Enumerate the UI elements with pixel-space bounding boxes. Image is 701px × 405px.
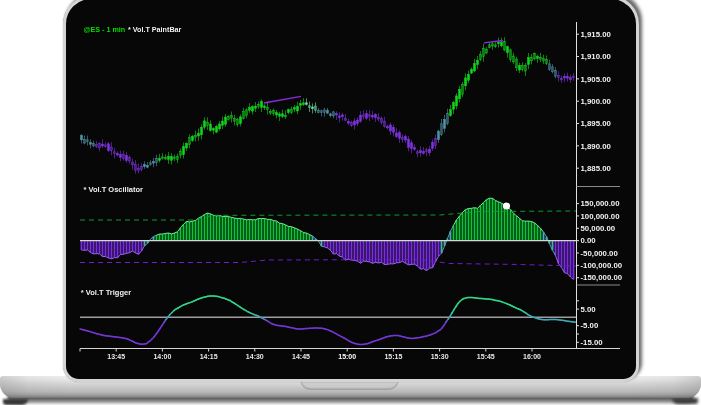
svg-text:1,910.00: 1,910.00 [581, 52, 612, 61]
svg-text:14:30: 14:30 [246, 353, 264, 360]
svg-text:14:00: 14:00 [153, 353, 171, 360]
svg-text:15:30: 15:30 [431, 353, 449, 360]
svg-text:1,890.00: 1,890.00 [581, 142, 612, 151]
svg-text:14:15: 14:15 [200, 353, 218, 360]
svg-text:-150,000.00: -150,000.00 [581, 273, 623, 282]
svg-text:-50,000.00: -50,000.00 [581, 249, 619, 258]
svg-text:150,000.00: 150,000.00 [581, 199, 621, 208]
svg-text:* Vol.T PaintBar: * Vol.T PaintBar [128, 25, 182, 34]
svg-text:15:00: 15:00 [338, 353, 356, 360]
svg-text:1,915.00: 1,915.00 [581, 30, 612, 39]
svg-text:15:15: 15:15 [384, 353, 402, 360]
svg-text:1,905.00: 1,905.00 [581, 75, 612, 84]
svg-text:5.00: 5.00 [581, 305, 597, 314]
svg-text:1,900.00: 1,900.00 [581, 97, 612, 106]
svg-text:1,885.00: 1,885.00 [581, 164, 612, 173]
svg-text:0.00: 0.00 [581, 236, 597, 245]
svg-text:-15.00: -15.00 [581, 338, 604, 347]
svg-text:@ES - 1 min: @ES - 1 min [84, 25, 126, 34]
svg-text:14:45: 14:45 [292, 353, 310, 360]
svg-text:* Vol.T Oscillator: * Vol.T Oscillator [84, 185, 144, 194]
svg-text:-100,000.00: -100,000.00 [581, 261, 623, 270]
svg-text:-5.00: -5.00 [581, 321, 599, 330]
svg-text:50,000.00: 50,000.00 [581, 224, 616, 233]
svg-text:13:45: 13:45 [107, 353, 125, 360]
svg-text:16:00: 16:00 [523, 353, 541, 360]
svg-text:* Vol.T Trigger: * Vol.T Trigger [81, 288, 131, 297]
svg-text:1,895.00: 1,895.00 [581, 119, 612, 128]
svg-text:15:45: 15:45 [477, 353, 495, 360]
svg-text:100,000.00: 100,000.00 [581, 212, 621, 221]
